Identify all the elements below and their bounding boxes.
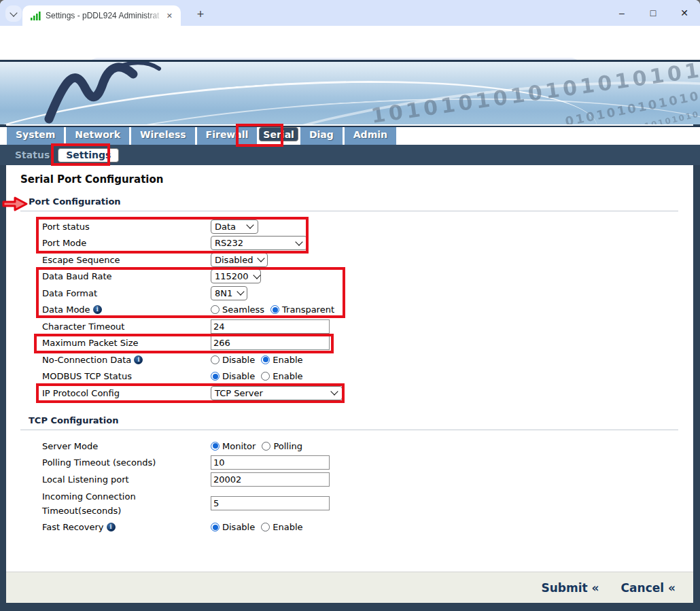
no-connection-disable-radio[interactable] bbox=[211, 355, 220, 364]
field-label: Port status bbox=[42, 222, 211, 232]
subnav-tab-settings[interactable]: Settings bbox=[58, 148, 119, 162]
field-label: Data Mode i bbox=[42, 304, 211, 315]
field-label: Maximum Packet Size bbox=[42, 338, 211, 348]
data-baud-rate-row: Data Baud Rate 115200 bbox=[42, 268, 680, 285]
action-bar: Submit « Cancel « bbox=[6, 572, 693, 603]
chevron-down-icon bbox=[253, 271, 260, 279]
binary-decoration: 0101010101010 bbox=[564, 88, 700, 124]
tcp-configuration-rows: Server Mode Monitor Polling Polling Time… bbox=[42, 438, 680, 536]
tab-close-icon[interactable]: ✕ bbox=[164, 10, 175, 22]
chevron-down-icon bbox=[295, 238, 302, 245]
submit-button[interactable]: Submit « bbox=[542, 581, 599, 595]
nav-tab-serial[interactable]: Serial bbox=[259, 127, 298, 141]
polling-radio[interactable] bbox=[262, 442, 270, 451]
field-label: Incoming Connection Timeout(seconds) bbox=[42, 489, 211, 518]
header-banner: microhard 1010101010101010101 0101010101… bbox=[0, 60, 700, 124]
incoming-connection-timeout-row: Incoming Connection Timeout(seconds) bbox=[42, 488, 680, 519]
nav-tab-firewall[interactable]: Firewall bbox=[197, 127, 258, 145]
nav-tab-wireless[interactable]: Wireless bbox=[131, 127, 195, 145]
signal-bars-favicon bbox=[31, 12, 41, 20]
polling-timeout-row: Polling Timeout (seconds) bbox=[42, 455, 680, 472]
local-listening-port-row: Local Listening port bbox=[42, 471, 680, 488]
field-label: Data Baud Rate bbox=[42, 271, 211, 281]
chevron-down-icon bbox=[246, 222, 253, 229]
field-label: Fast Recovery i bbox=[42, 522, 211, 532]
fast-recovery-enable-radio[interactable] bbox=[261, 523, 270, 531]
nav-tab-admin[interactable]: Admin bbox=[345, 127, 396, 145]
monitor-radio[interactable] bbox=[211, 442, 220, 451]
info-icon[interactable]: i bbox=[93, 305, 102, 314]
port-configuration-rows: Port status Data Port Mode RS232 bbox=[42, 218, 680, 402]
escape-sequence-select[interactable]: Disabled bbox=[211, 253, 268, 267]
binary-decoration: 010101010 bbox=[636, 109, 700, 124]
character-timeout-row: Character Timeout bbox=[42, 318, 680, 335]
field-label: Polling Timeout (seconds) bbox=[42, 457, 211, 468]
chevron-down-icon bbox=[237, 288, 245, 296]
browser-window: Settings - pDDL924 Administrat ✕ + – □ ✕… bbox=[0, 0, 700, 611]
data-mode-row: Data Mode i Seamless Transparent bbox=[42, 302, 680, 319]
subnav-tab-status[interactable]: Status bbox=[10, 147, 55, 162]
nav-tab-network[interactable]: Network bbox=[66, 127, 129, 145]
divider bbox=[20, 430, 678, 430]
server-mode-row: Server Mode Monitor Polling bbox=[42, 438, 680, 455]
port-mode-row: Port Mode RS232 bbox=[42, 235, 680, 252]
no-connection-enable-radio[interactable] bbox=[261, 355, 270, 364]
field-label: MODBUS TCP Status bbox=[42, 371, 211, 381]
chevron-down-icon bbox=[330, 388, 338, 396]
close-button[interactable]: ✕ bbox=[669, 0, 700, 26]
titlebar: Settings - pDDL924 Administrat ✕ + – □ ✕ bbox=[0, 0, 700, 26]
fast-recovery-row: Fast Recovery i Disable Enable bbox=[42, 519, 680, 536]
field-label: Local Listening port bbox=[42, 474, 211, 485]
chevron-down-icon bbox=[10, 9, 17, 16]
nav-tab-diag[interactable]: Diag bbox=[300, 127, 343, 145]
port-mode-select[interactable]: RS232 bbox=[211, 236, 307, 250]
divider bbox=[20, 211, 678, 211]
escape-sequence-row: Escape Sequence Disabled bbox=[42, 251, 680, 268]
field-label: Port Mode bbox=[42, 238, 211, 248]
microhard-logo-icon bbox=[39, 60, 169, 124]
footer-bar bbox=[0, 603, 700, 611]
incoming-connection-timeout-input[interactable] bbox=[211, 496, 330, 510]
no-connection-data-row: No-Connection Data i Disable Enable bbox=[42, 351, 680, 368]
tab-search-button[interactable] bbox=[5, 5, 22, 22]
seamless-radio[interactable] bbox=[211, 305, 220, 314]
modbus-disable-radio[interactable] bbox=[211, 372, 220, 381]
modbus-enable-radio[interactable] bbox=[261, 372, 270, 381]
fast-recovery-disable-radio[interactable] bbox=[211, 523, 220, 531]
maximum-packet-size-input[interactable] bbox=[211, 336, 330, 350]
port-status-row: Port status Data bbox=[42, 218, 680, 235]
chevron-down-icon bbox=[258, 255, 265, 262]
maximize-button[interactable]: □ bbox=[637, 0, 669, 26]
character-timeout-input[interactable] bbox=[211, 319, 330, 334]
field-label: Character Timeout bbox=[42, 321, 211, 332]
maximum-packet-size-row: Maximum Packet Size bbox=[42, 335, 680, 352]
port-status-select[interactable]: Data bbox=[211, 220, 258, 234]
transparent-radio[interactable] bbox=[270, 305, 279, 314]
info-icon[interactable]: i bbox=[107, 523, 116, 531]
data-format-select[interactable]: 8N1 bbox=[211, 286, 247, 300]
page-content: Serial Port Configuration Port Configura… bbox=[6, 165, 693, 572]
ip-protocol-config-row: IP Protocol Config TCP Server bbox=[42, 385, 680, 402]
banner-swoosh bbox=[128, 60, 700, 124]
minimize-button[interactable]: – bbox=[606, 0, 637, 26]
port-configuration-heading: Port Configuration bbox=[29, 196, 121, 207]
polling-timeout-input[interactable] bbox=[211, 455, 330, 470]
field-label: IP Protocol Config bbox=[42, 388, 211, 398]
browser-tab[interactable]: Settings - pDDL924 Administrat ✕ bbox=[22, 5, 181, 26]
new-tab-button[interactable]: + bbox=[192, 5, 209, 23]
info-icon[interactable]: i bbox=[134, 355, 143, 364]
data-format-row: Data Format 8N1 bbox=[42, 285, 680, 302]
modbus-tcp-status-row: MODBUS TCP Status Disable Enable bbox=[42, 368, 680, 385]
data-baud-rate-select[interactable]: 115200 bbox=[211, 269, 261, 283]
window-controls: – □ ✕ bbox=[606, 0, 700, 26]
tcp-configuration-heading: TCP Configuration bbox=[29, 415, 118, 425]
nav-tab-system[interactable]: System bbox=[7, 127, 64, 145]
page-title: Serial Port Configuration bbox=[20, 173, 163, 186]
local-listening-port-input[interactable] bbox=[211, 472, 330, 487]
cancel-button[interactable]: Cancel « bbox=[621, 581, 676, 595]
ip-protocol-config-select[interactable]: TCP Server bbox=[211, 386, 343, 400]
binary-decoration: 1010101010101010101 bbox=[370, 60, 700, 124]
tab-title: Settings - pDDL924 Administrat bbox=[46, 11, 164, 20]
browser-toolbar: ← → ↻ ⚠ Not secure 192.168.8.4/cgi-bin/w… bbox=[0, 26, 700, 60]
main-nav: System Network Wireless Firewall Serial … bbox=[0, 126, 700, 145]
